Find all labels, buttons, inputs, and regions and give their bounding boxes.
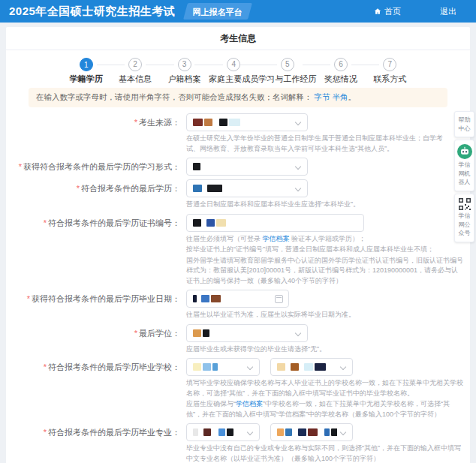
app-header: 2025年全国硕士研究生招生考试 网上报名平台 首页 退出 <box>0 0 476 23</box>
graduation-school-help-1: 填写毕业学校应确保学校名称与本人毕业证书上的学校名称一致，如在下拉菜单中无相关学… <box>186 378 464 398</box>
chevron-down-icon <box>295 164 301 170</box>
graduation-major-help: 毕业专业中没有自己的专业或专业名称与实际不同，则选择“其他”，并在下面的输入框中… <box>186 443 464 463</box>
platform-badge-label: 网上报名平台 <box>193 7 243 18</box>
help-text: 往届生必须填写（可登录 <box>186 235 263 242</box>
graduation-major-name-select[interactable] <box>270 423 353 441</box>
graduation-school-label: *符合报考条件的最后学历毕业学校： <box>6 358 186 419</box>
step-huji-dangan[interactable]: 3 户籍档案 <box>160 58 209 85</box>
redacted-value <box>193 329 211 337</box>
step-family-members[interactable]: 4 家庭主要成员 <box>209 58 258 85</box>
required-mark: * <box>44 362 47 371</box>
graduation-school-name-select[interactable] <box>270 358 353 376</box>
step-xueji-xueli[interactable]: 1 学籍学历 <box>62 58 110 85</box>
certificate-number-input[interactable] <box>186 214 364 232</box>
step-contact[interactable]: 7 联系方式 <box>366 58 414 85</box>
chevron-down-icon <box>295 329 301 335</box>
final-education-select[interactable] <box>186 179 308 197</box>
qrcode-widget[interactable]: 学信网公众号 <box>454 194 474 242</box>
platform-badge: 网上报名平台 <box>183 3 252 20</box>
graduation-major-category-select[interactable] <box>186 423 260 441</box>
robot-icon <box>457 144 472 159</box>
redacted-value <box>193 363 219 371</box>
required-mark: * <box>44 428 47 437</box>
step-circle: 2 <box>128 58 142 71</box>
redacted-value <box>193 119 242 126</box>
step-label: 学习与工作经历 <box>258 74 316 85</box>
graduation-date-label: *获得符合报考条件的最后学历毕业日期： <box>6 290 186 320</box>
step-circle: 7 <box>383 58 396 71</box>
form-row-graduation-date: *获得符合报考条件的最后学历毕业日期： 往届生以毕业证书为准，应届生以实际将毕业… <box>6 290 470 320</box>
chevron-down-icon <box>340 364 346 370</box>
label-text: 最后学位： <box>139 329 180 338</box>
required-mark: * <box>77 184 80 193</box>
label-text: 符合报考条件的最后学历毕业学校： <box>48 362 180 371</box>
step-basic-info[interactable]: 2 基本信息 <box>110 58 159 85</box>
qrcode-icon <box>459 198 471 210</box>
step-circle: 1 <box>80 58 93 71</box>
logout-link[interactable]: 退出 <box>440 6 456 17</box>
home-link[interactable]: 首页 <box>374 6 401 17</box>
final-education-label: *符合报考条件的最后学历： <box>6 179 186 210</box>
form-row-final-degree: *最后学位： 应届毕业生或未获得学位的毕业生请选择“无”。 <box>6 324 470 355</box>
home-link-label: 首页 <box>384 6 401 17</box>
side-widgets: 帮助中心 学信网机器人 学信网公众号 <box>454 111 474 242</box>
form-row-graduation-major: *符合报考条件的最后学历毕业专业： 毕业专业中没有自己的专业或专业名称与实际不同… <box>6 423 470 463</box>
required-mark: * <box>19 162 22 171</box>
step-label: 学籍学历 <box>62 74 110 85</box>
robot-widget-label: 学信网机器人 <box>459 161 471 185</box>
label-text: 获得符合报考条件的最后学历毕业日期： <box>32 294 180 303</box>
chevron-down-icon <box>295 119 301 125</box>
xuexin-archive-link[interactable]: 学信档案 <box>236 400 263 407</box>
help-text: 应届生应确保与“ <box>186 400 236 407</box>
redacted-value <box>193 428 235 436</box>
form-row-final-education: *符合报考条件的最后学历： 普通全日制应届本科和应届本科毕业生应选择“本科毕业”… <box>6 179 470 210</box>
graduation-date-help: 往届生以毕业证书为准，应届生以实际将毕业日期为准。 <box>186 310 450 320</box>
certificate-number-help-2: 按毕业证书上的“证书编号”填写，普通全日制应届本科和成人应届本科毕业生不填； <box>186 245 450 255</box>
label-text: 获得符合报考条件的最后学历的学习形式： <box>23 162 180 171</box>
step-study-work[interactable]: 5 学习与工作经历 <box>258 58 316 85</box>
halfwidth-term-link[interactable]: 半角 <box>333 92 348 101</box>
redacted-value <box>193 185 224 192</box>
step-label: 家庭主要成员 <box>209 74 258 85</box>
study-form-label: *获得符合报考条件的最后学历的学习形式： <box>6 158 186 176</box>
final-degree-help: 应届毕业生或未获得学位的毕业生请选择“无”。 <box>186 344 450 355</box>
required-mark: * <box>134 329 137 338</box>
chevron-down-icon <box>340 429 346 435</box>
final-degree-select[interactable] <box>186 324 308 342</box>
label-text: 符合报考条件的最后学历毕业专业： <box>48 428 180 437</box>
step-label: 户籍档案 <box>160 74 209 85</box>
xuexin-archive-link[interactable]: 学信档案 <box>263 235 290 242</box>
graduation-school-region-select[interactable] <box>186 358 260 376</box>
candidate-source-select[interactable] <box>186 113 308 131</box>
redacted-value <box>193 295 222 302</box>
required-mark: * <box>134 118 137 127</box>
label-text: 考生来源： <box>139 118 180 127</box>
step-circle: 6 <box>334 58 348 71</box>
required-mark: * <box>44 218 47 227</box>
form-row-candidate-source: *考生来源： 在硕士研究生入学年份毕业的普通全日制学生属于普通全日制应届本科毕业… <box>6 113 470 154</box>
certificate-number-help-3: 国外留学生请填写教育部留学服务中心认证的国外学历学位证书认证书编号，旧版认证书编… <box>186 256 464 287</box>
certificate-number-help-1: 往届生必须填写（可登录 学信档案 验证本人学籍或学历）； <box>186 234 450 245</box>
graduation-date-input[interactable] <box>186 290 289 308</box>
step-label: 奖惩情况 <box>316 74 365 85</box>
chevron-down-icon <box>247 429 253 435</box>
step-label: 联系方式 <box>366 74 414 85</box>
redacted-value <box>193 163 202 170</box>
form-row-study-form: *获得符合报考条件的最后学历的学习形式： <box>6 158 470 176</box>
graduation-major-label: *符合报考条件的最后学历毕业专业： <box>6 423 186 463</box>
required-mark: * <box>27 294 30 303</box>
step-rewards[interactable]: 6 奖惩情况 <box>316 58 365 85</box>
form-row-graduation-school: *符合报考条件的最后学历毕业学校： 填写毕业学校应确保学校名称与本人毕业证书上的… <box>6 358 470 419</box>
page-title: 考生信息 <box>6 27 470 50</box>
byte-term-link[interactable]: 字节 <box>315 92 330 101</box>
step-label: 基本信息 <box>110 74 159 85</box>
redacted-value <box>277 363 327 371</box>
calendar-icon <box>275 295 283 303</box>
study-form-select[interactable] <box>186 158 308 176</box>
chevron-down-icon <box>247 364 253 370</box>
step-circle: 5 <box>281 58 294 71</box>
halfwidth-notice-bar: 在输入数字或字母时，请使用半角字符，否则可能会造成报名失败；名词解释：字节半角。 <box>29 88 447 107</box>
help-center-widget[interactable]: 帮助中心 <box>454 111 474 137</box>
robot-widget[interactable]: 学信网机器人 <box>454 140 474 191</box>
notice-text-end: 。 <box>348 92 357 101</box>
